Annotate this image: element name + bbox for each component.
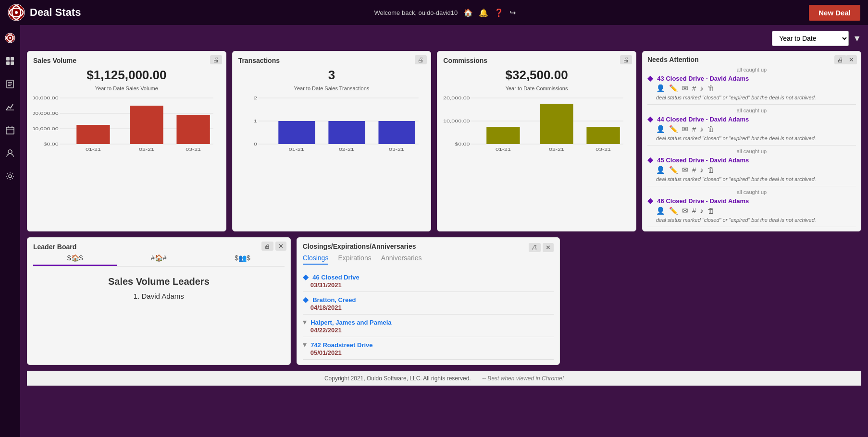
sales-volume-card: Sales Volume 🖨 $1,125,000.00 Year to Dat…	[27, 51, 226, 231]
closings-print-button[interactable]: 🖨	[529, 243, 541, 252]
closing-item-2: ◆ Bratton, Creed 04/18/2021	[303, 292, 554, 315]
na-tag-icon-3[interactable]: #	[692, 166, 696, 174]
svg-text:$20,000.00: $20,000.00	[443, 96, 470, 100]
top-nav: Deal Stats Welcome back, ouido-david10 🏠…	[0, 0, 868, 25]
closings-title: Closings/Expirations/Anniversaries	[303, 243, 416, 250]
closing-item-1: ◆ 46 Closed Drive 03/31/2021	[303, 269, 554, 292]
needs-attention-print-button[interactable]: 🖨	[834, 55, 846, 64]
na-note-icon-3[interactable]: ♪	[700, 166, 704, 174]
logout-icon[interactable]: ↪	[509, 8, 516, 17]
sidebar-item-dashboard[interactable]	[3, 54, 17, 68]
commissions-chart-label: Year to Date Commissions	[443, 85, 630, 91]
help-icon[interactable]: ❓	[494, 8, 504, 17]
na-person-icon-1[interactable]: 👤	[656, 84, 665, 93]
period-select[interactable]: Year to Date This Month Last Month Last …	[772, 31, 849, 46]
closing-address-1[interactable]: 46 Closed Drive	[312, 274, 360, 281]
na-person-icon-3[interactable]: 👤	[656, 166, 665, 174]
new-deal-button[interactable]: New Deal	[809, 5, 860, 21]
svg-rect-57	[587, 127, 620, 144]
na-email-icon-4[interactable]: ✉	[682, 206, 688, 215]
na-email-icon-3[interactable]: ✉	[682, 166, 688, 174]
svg-text:01-21: 01-21	[288, 147, 304, 152]
commissions-chart: $20,000.00 $10,000.00 $0.00 01-21 02-21 …	[443, 93, 630, 156]
sales-volume-print-button[interactable]: 🖨	[210, 55, 222, 64]
svg-text:03-21: 03-21	[186, 147, 201, 152]
svg-rect-55	[486, 127, 520, 144]
bell-icon[interactable]: 🔔	[479, 8, 488, 17]
svg-point-22	[9, 175, 12, 178]
na-email-icon-2[interactable]: ✉	[682, 125, 688, 134]
closing-address-2[interactable]: Bratton, Creed	[312, 296, 356, 303]
needs-attention-close-button[interactable]: ✕	[846, 55, 857, 64]
svg-text:$0.00: $0.00	[44, 142, 59, 146]
na-tag-icon-1[interactable]: #	[692, 84, 696, 93]
sidebar-item-logo[interactable]	[3, 31, 17, 45]
na-deal-link-3[interactable]: 45 Closed Drive - David Adams	[657, 157, 749, 164]
na-deal-name-2: ◆ 44 Closed Drive - David Adams	[647, 114, 856, 123]
na-action-icons-2: 👤 ✏️ ✉ # ♪ 🗑	[647, 123, 856, 134]
na-deal-name-1: ◆ 43 Closed Drive - David Adams	[647, 73, 856, 83]
na-edit-icon-1[interactable]: ✏️	[669, 84, 678, 93]
sidebar-item-settings[interactable]	[3, 169, 17, 183]
lb-heading: Sales Volume Leaders	[33, 276, 285, 287]
filter-row: Year to Date This Month Last Month Last …	[27, 31, 861, 46]
na-delete-icon-3[interactable]: 🗑	[707, 166, 715, 174]
closings-close-button[interactable]: ✕	[543, 243, 554, 252]
leader-board-card: Leader Board 🖨 ✕ $🏠$ #🏠# $👥$ Sales Volum…	[27, 237, 291, 365]
sales-volume-chart: $600,000.00 $400,000.00 $200,000.00 $0.0…	[33, 93, 220, 156]
filter-icon[interactable]: ▼	[853, 34, 861, 44]
na-edit-icon-4[interactable]: ✏️	[669, 206, 678, 215]
home-icon[interactable]: 🏠	[463, 8, 473, 17]
leader-board-print-button[interactable]: 🖨	[261, 242, 273, 251]
na-edit-icon-3[interactable]: ✏️	[669, 166, 678, 174]
svg-text:1: 1	[254, 119, 257, 123]
na-delete-icon-1[interactable]: 🗑	[707, 84, 715, 93]
na-note-icon-2[interactable]: ♪	[700, 125, 704, 134]
main-layout: Year to Date This Month Last Month Last …	[0, 25, 868, 437]
leader-board-content: Sales Volume Leaders 1. David Adams	[33, 271, 285, 305]
svg-text:2: 2	[254, 96, 257, 100]
lb-tab-buyer[interactable]: $👥$	[200, 251, 284, 266]
na-diamond-icon-2: ◆	[647, 115, 653, 123]
na-note-icon-1[interactable]: ♪	[700, 84, 704, 93]
app-title: Deal Stats	[30, 6, 81, 19]
tab-closings[interactable]: Closings	[303, 254, 329, 265]
closing-address-3[interactable]: Halpert, James and Pamela	[310, 319, 391, 326]
transactions-title: Transactions	[238, 57, 280, 64]
na-desc-2: deal status marked "closed" or "expired"…	[647, 134, 856, 143]
na-deal-link-2[interactable]: 44 Closed Drive - David Adams	[657, 116, 749, 123]
svg-text:0: 0	[254, 142, 257, 146]
na-tag-icon-4[interactable]: #	[692, 206, 696, 215]
na-email-icon-1[interactable]: ✉	[682, 84, 688, 93]
sidebar-item-calendar[interactable]	[3, 123, 17, 137]
lb-tab-sales-volume[interactable]: $🏠$	[33, 251, 117, 266]
na-deal-link-1[interactable]: 43 Closed Drive - David Adams	[657, 75, 749, 82]
na-delete-icon-2[interactable]: 🗑	[707, 125, 715, 134]
na-edit-icon-2[interactable]: ✏️	[669, 125, 678, 134]
na-caught-up-3: all caught up	[647, 147, 856, 155]
svg-text:$10,000.00: $10,000.00	[443, 119, 470, 123]
na-person-icon-2[interactable]: 👤	[656, 125, 665, 134]
commissions-print-button[interactable]: 🖨	[620, 55, 632, 64]
sidebar-item-profile[interactable]	[3, 146, 17, 160]
lb-entry-1: 1. David Adams	[33, 292, 285, 300]
closing-address-4[interactable]: 742 Roadstreet Drive	[310, 341, 372, 349]
tab-anniversaries[interactable]: Anniversaries	[381, 254, 422, 265]
na-delete-icon-4[interactable]: 🗑	[707, 206, 715, 215]
transactions-print-button[interactable]: 🖨	[415, 55, 427, 64]
na-person-icon-4[interactable]: 👤	[656, 206, 665, 215]
svg-point-7	[9, 37, 11, 39]
na-note-icon-4[interactable]: ♪	[700, 206, 704, 215]
sidebar-item-charts[interactable]	[3, 100, 17, 114]
lb-tab-count[interactable]: #🏠#	[117, 251, 200, 266]
na-deal-link-4[interactable]: 46 Closed Drive - David Adams	[657, 197, 749, 205]
sidebar-item-reports[interactable]	[3, 77, 17, 91]
svg-text:$600,000.00: $600,000.00	[33, 96, 59, 100]
na-caught-up-2: all caught up	[647, 107, 856, 114]
svg-text:$200,000.00: $200,000.00	[33, 126, 59, 131]
tab-expirations[interactable]: Expirations	[338, 254, 371, 265]
na-tag-icon-2[interactable]: #	[692, 125, 696, 134]
svg-text:01-21: 01-21	[496, 147, 511, 152]
transactions-chart: 2 1 0 01-21 02-21 03-21	[238, 93, 425, 156]
leader-board-close-button[interactable]: ✕	[275, 242, 286, 251]
